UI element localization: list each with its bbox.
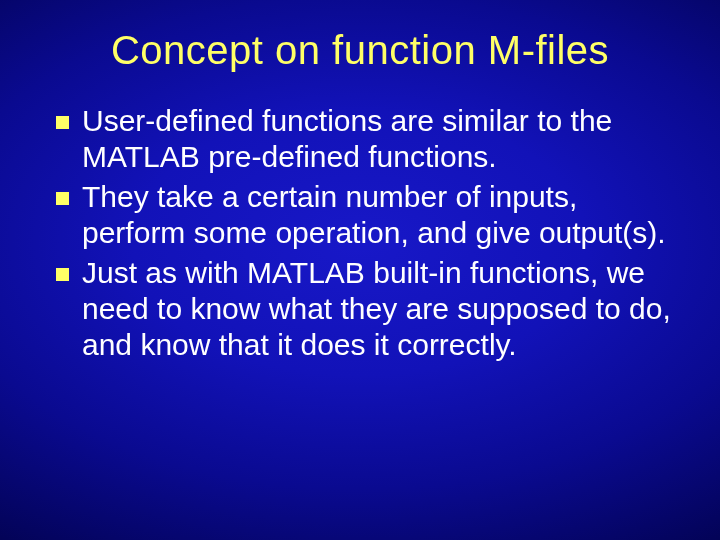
slide: Concept on function M-files User-defined… <box>0 0 720 540</box>
bullet-text: Just as with MATLAB built-in functions, … <box>82 256 671 361</box>
bullet-square-icon <box>56 268 69 281</box>
bullet-text: User-defined functions are similar to th… <box>82 104 612 173</box>
bullet-text: They take a certain number of inputs, pe… <box>82 180 666 249</box>
bullet-square-icon <box>56 192 69 205</box>
slide-title: Concept on function M-files <box>48 28 672 73</box>
bullet-list: User-defined functions are similar to th… <box>48 103 672 363</box>
list-item: User-defined functions are similar to th… <box>56 103 672 175</box>
list-item: They take a certain number of inputs, pe… <box>56 179 672 251</box>
list-item: Just as with MATLAB built-in functions, … <box>56 255 672 363</box>
bullet-square-icon <box>56 116 69 129</box>
